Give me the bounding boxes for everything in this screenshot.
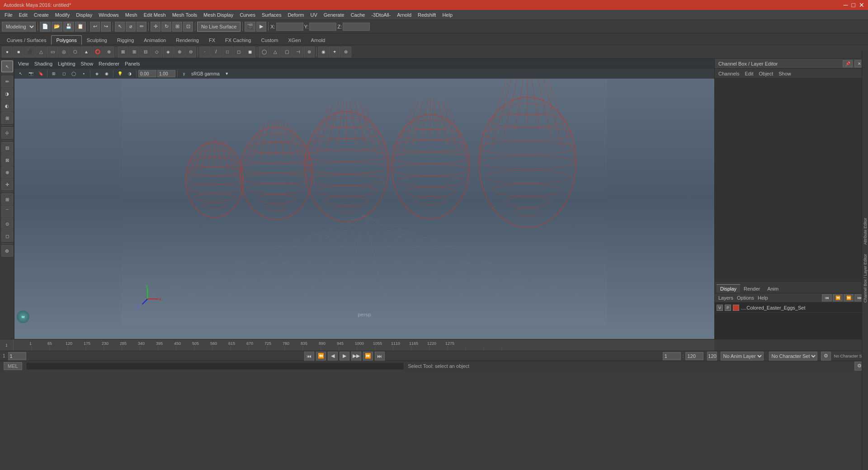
snap-grid-button[interactable]: ⊞: [1, 193, 13, 205]
vib-camera-button[interactable]: 📷: [26, 70, 35, 78]
options-label[interactable]: Options: [737, 295, 754, 301]
vib-shadow-button[interactable]: ◑: [125, 70, 134, 78]
paint-tool-button[interactable]: ✏: [1, 75, 13, 87]
tab-polygons[interactable]: Polygons: [51, 35, 81, 45]
menu-deform[interactable]: Deform: [285, 11, 307, 19]
tab-xgen[interactable]: XGen: [283, 35, 306, 45]
uv-mode-button[interactable]: ◻: [233, 47, 244, 57]
layer-visibility-p[interactable]: P: [725, 305, 731, 311]
triangulate-button[interactable]: △: [270, 47, 281, 57]
viewport-menu-show[interactable]: Show: [81, 61, 94, 66]
poly-pyramid-button[interactable]: ▲: [81, 47, 92, 57]
menu-mesh-display[interactable]: Mesh Display: [201, 11, 236, 19]
undo-button[interactable]: ↩: [90, 22, 100, 32]
timeline-track[interactable]: 1 65 120 175 230 285 340 395 450 505 560…: [14, 339, 714, 351]
extrude-button[interactable]: ⊞: [129, 47, 140, 57]
vib-lighting-button[interactable]: 💡: [115, 70, 124, 78]
poly-cylinder-button[interactable]: ⬛: [24, 47, 35, 57]
vib-wireframe-button[interactable]: ◻: [59, 70, 68, 78]
tool-settings-button[interactable]: ⚙: [1, 245, 13, 257]
y-coord-input[interactable]: [309, 23, 336, 31]
cb-tab-channels[interactable]: Channels: [718, 71, 739, 76]
vertex-mode-button[interactable]: ·: [199, 47, 210, 57]
vib-depth-button[interactable]: ◉: [102, 70, 111, 78]
vib-xray-button[interactable]: ◈: [92, 70, 101, 78]
viewport-menu-shading[interactable]: Shading: [34, 61, 52, 66]
vib-flat-button[interactable]: ▪: [79, 70, 88, 78]
rotate-tool-button[interactable]: ↻: [161, 22, 171, 32]
sculpt-left-button[interactable]: ◑: [1, 88, 13, 99]
redo-button[interactable]: ↪: [101, 22, 111, 32]
range-start-input[interactable]: [663, 352, 681, 360]
viewport-menu-lighting[interactable]: Lighting: [58, 61, 75, 66]
combine-button[interactable]: ⊕: [174, 47, 185, 57]
snap-curve-button[interactable]: ⌒: [1, 206, 13, 217]
x-coord-input[interactable]: [276, 23, 303, 31]
poly-sphere-button[interactable]: ●: [2, 47, 13, 57]
tab-fx[interactable]: FX: [204, 35, 220, 45]
timeline-area[interactable]: 1: [0, 339, 868, 351]
bevel-button[interactable]: ◇: [151, 47, 162, 57]
anim-layer-select[interactable]: No Anim Layer: [721, 352, 764, 361]
vib-gamma-button[interactable]: γ: [179, 70, 189, 78]
menu-help[interactable]: Help: [439, 11, 455, 19]
tab-curves-surfaces[interactable]: Curves / Surfaces: [2, 35, 51, 45]
minimize-button[interactable]: ─: [844, 1, 848, 9]
quadrangulate-button[interactable]: ▢: [281, 47, 292, 57]
smooth-button[interactable]: ◯: [259, 47, 269, 57]
poly-prism-button[interactable]: ⬡: [70, 47, 80, 57]
menu-redshift[interactable]: Redshift: [415, 11, 439, 19]
layer-row-eggs[interactable]: V P ....Colored_Easter_Eggs_Set: [715, 303, 868, 313]
tab-fx-caching[interactable]: FX Caching: [220, 35, 256, 45]
dt-tab-render[interactable]: Render: [740, 285, 764, 293]
zoom-button[interactable]: ⊕: [1, 166, 13, 178]
tab-rendering[interactable]: Rendering: [171, 35, 204, 45]
snap-point-button[interactable]: ⊙: [1, 218, 13, 230]
sculpt-button[interactable]: ✦: [329, 47, 340, 57]
subdiv-button[interactable]: ◉: [318, 47, 329, 57]
vib-bookmark-button[interactable]: 🔖: [36, 70, 45, 78]
menu-windows[interactable]: Windows: [96, 11, 122, 19]
layer-visibility-v[interactable]: V: [717, 305, 723, 311]
layer-prev-prev-button[interactable]: ⏮: [822, 294, 832, 301]
poly-pipe-button[interactable]: ⭕: [92, 47, 103, 57]
transport-start-button[interactable]: ⏮: [304, 352, 314, 361]
vib-grid-button[interactable]: ⊞: [49, 70, 58, 78]
menu-uv[interactable]: UV: [307, 11, 320, 19]
poly-cone-button[interactable]: △: [36, 47, 47, 57]
dt-tab-anim[interactable]: Anim: [764, 285, 782, 293]
vertex-face-mode-button[interactable]: ◼: [245, 47, 255, 57]
tab-custom[interactable]: Custom: [256, 35, 283, 45]
paint-select-button[interactable]: ✏: [137, 22, 146, 32]
mel-label[interactable]: MEL: [4, 362, 22, 370]
move-tool-button[interactable]: ✛: [151, 22, 160, 32]
lasso-tool-button[interactable]: ⌀: [126, 22, 136, 32]
range-end-input[interactable]: [685, 352, 703, 360]
ipr-button[interactable]: ▶: [256, 22, 266, 32]
separate-button[interactable]: ⊖: [185, 47, 196, 57]
frame-all-button[interactable]: ⊟: [1, 142, 13, 154]
menu-generate[interactable]: Generate: [321, 11, 347, 19]
z-coord-input[interactable]: [343, 23, 370, 31]
viewport-value1[interactable]: [138, 70, 156, 77]
boolean-button[interactable]: ⊗: [304, 47, 315, 57]
measure-button[interactable]: ⊞: [1, 112, 13, 124]
cb-tab-object[interactable]: Object: [759, 71, 773, 76]
transform-tool-button[interactable]: ⊡: [183, 22, 193, 32]
snap-surface-button[interactable]: ◻: [1, 230, 13, 242]
scale-tool-button[interactable]: ⊞: [172, 22, 182, 32]
edge-mode-button[interactable]: /: [211, 47, 222, 57]
menu-display[interactable]: Display: [73, 11, 95, 19]
poly-plane-button[interactable]: ▭: [47, 47, 58, 57]
layers-help-label[interactable]: Help: [758, 295, 768, 301]
render-button[interactable]: 🎬: [245, 22, 255, 32]
poly-torus-button[interactable]: ◎: [58, 47, 69, 57]
transport-next-button[interactable]: ▶▶: [351, 352, 361, 361]
fill-hole-button[interactable]: ◈: [163, 47, 174, 57]
new-file-button[interactable]: 📄: [40, 22, 51, 32]
char-set-button[interactable]: ⚙: [821, 352, 831, 361]
save-as-button[interactable]: 📋: [75, 22, 86, 32]
menu-arnold[interactable]: Arnold: [394, 11, 414, 19]
select-tool-button[interactable]: ↖: [115, 22, 125, 32]
layers-label[interactable]: Layers: [718, 295, 733, 301]
